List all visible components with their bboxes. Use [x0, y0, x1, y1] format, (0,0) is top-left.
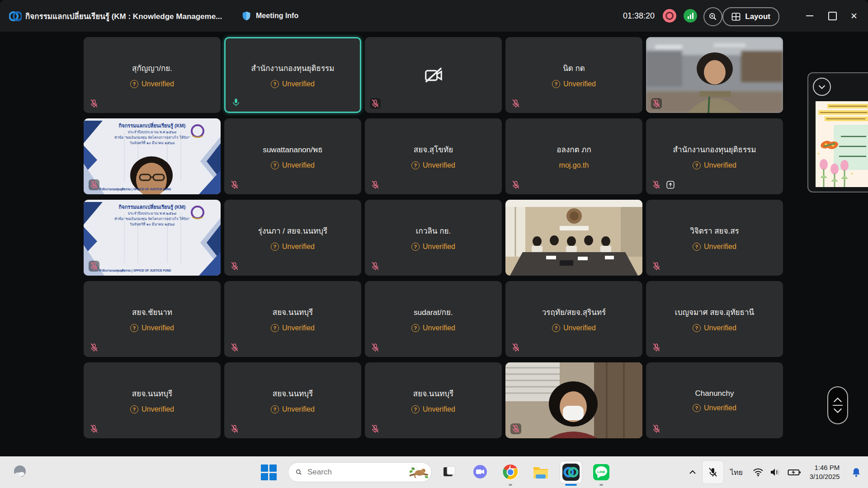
participant-name: อลงกต ภก	[552, 143, 595, 155]
participant-tile[interactable]: เบญจมาศ สยจ.อุทัยธานี ? Unverified	[646, 281, 783, 357]
participant-name: รุ่งนภา / สยจ.นนทบุรี	[254, 225, 332, 237]
verification-badge: ? Unverified	[411, 405, 455, 413]
recording-indicator-icon[interactable]	[663, 9, 676, 23]
tray-time: 1:46 PM	[810, 463, 840, 472]
search-input[interactable]	[307, 467, 408, 477]
participant-tile[interactable]: สยจ.นนทบุรี ? Unverified	[365, 362, 502, 438]
mic-muted-icon	[230, 424, 240, 434]
participant-tile-video[interactable]	[505, 200, 642, 276]
participant-name: สยจ.ชัยนาท	[127, 306, 177, 318]
mic-muted-icon	[651, 99, 661, 108]
verification-badge: ? Unverified	[552, 324, 596, 332]
notification-center-button[interactable]	[844, 467, 868, 478]
verification-badge: ? Unverified	[130, 324, 174, 332]
maximize-button[interactable]	[822, 0, 843, 32]
screen-share-icon	[665, 180, 675, 190]
meeting-info-button[interactable]: Meeting Info	[241, 0, 298, 32]
taskbar-search[interactable]	[288, 462, 432, 482]
participant-tile[interactable]: เกวลิน กย. ? Unverified	[365, 200, 502, 276]
clock[interactable]: 1:46 PM 3/10/2025	[805, 463, 844, 482]
participant-name: วรฤทัย/สยจ.สุรินทร์	[538, 306, 610, 318]
speaker-icon	[769, 468, 781, 477]
verification-badge: ? Unverified	[552, 80, 596, 88]
participant-tile[interactable]: Chanunchy ? Unverified	[646, 362, 783, 438]
participant-name: สำนักงานกองทุนยุติธรรม	[669, 143, 761, 155]
meeting-timer: 01:38:20	[623, 0, 655, 32]
question-circle-icon: ?	[693, 404, 701, 412]
participant-tile-video[interactable]	[505, 362, 642, 438]
question-circle-icon: ?	[693, 324, 701, 332]
verification-badge: ? Unverified	[130, 80, 174, 88]
participant-name: sudarat/กย.	[409, 306, 457, 318]
scroll-down-button[interactable]	[833, 408, 843, 414]
domain-badge: moj.go.th	[559, 161, 589, 169]
participant-tile[interactable]: วรฤทัย/สยจ.สุรินทร์ ? Unverified	[505, 281, 642, 357]
question-circle-icon: ?	[130, 405, 138, 413]
camera-off-icon	[423, 65, 444, 85]
chevron-up-icon	[689, 470, 696, 474]
wifi-button[interactable]	[750, 468, 767, 477]
participant-tile-video[interactable]: กิจกรรมแลกเปลี่ยนเรียนรู้ (KM) ประจำปีงบ…	[84, 118, 221, 194]
weather-widget-icon[interactable]	[12, 464, 28, 480]
shared-slide-thumbnail[interactable]: + +	[816, 101, 868, 187]
participant-name: เบญจมาศ สยจ.อุทัยธานี	[670, 306, 759, 318]
participant-tile[interactable]: สุกัญญา/กย. ? Unverified	[84, 37, 221, 113]
mic-muted-icon	[230, 343, 240, 352]
participant-tile[interactable]: สยจ.นนทบุรี ? Unverified	[84, 362, 221, 438]
start-button[interactable]	[260, 464, 277, 480]
shield-icon	[241, 10, 251, 21]
mic-muted-icon	[89, 99, 99, 108]
task-view-button[interactable]	[439, 461, 460, 483]
running-indicator	[599, 484, 603, 486]
participant-tile[interactable]: สำนักงานกองทุนยุติธรรม ? Unverified	[646, 118, 783, 194]
participant-grid: สุกัญญา/กย. ? Unverified สำนักงานกองทุนย…	[84, 37, 783, 438]
language-indicator[interactable]: ไทย	[723, 467, 750, 478]
verification-badge: ? Unverified	[411, 161, 455, 169]
slide-thumbnail-art: + +	[816, 101, 868, 187]
line-app-button[interactable]: LINE	[590, 461, 612, 483]
connection-quality-icon[interactable]	[684, 9, 697, 23]
webex-app-icon	[562, 463, 580, 481]
verification-badge: ? Unverified	[693, 161, 736, 169]
battery-button[interactable]	[784, 468, 805, 476]
participant-tile[interactable]: suwattananon/พธ ? Unverified	[224, 118, 361, 194]
layout-button[interactable]: Layout	[722, 7, 779, 26]
video-chat-app-button[interactable]	[469, 461, 491, 483]
volume-button[interactable]	[767, 468, 784, 477]
task-view-icon	[442, 465, 457, 480]
participant-tile[interactable]: สยจ.นนทบุรี ? Unverified	[224, 362, 361, 438]
mic-muted-icon	[89, 424, 99, 434]
participant-tile-video[interactable]: กิจกรรมแลกเปลี่ยนเรียนรู้ (KM) ประจำปีงบ…	[84, 200, 221, 276]
search-icon	[296, 468, 302, 476]
meeting-info-label: Meeting Info	[256, 12, 298, 20]
collapse-panel-button[interactable]	[813, 78, 831, 96]
participant-tile-camera-off[interactable]	[365, 37, 502, 113]
close-button[interactable]: ✕	[844, 0, 864, 32]
file-explorer-icon	[532, 464, 549, 481]
participant-tile[interactable]: นิด กด ? Unverified	[505, 37, 642, 113]
mic-on-icon	[231, 97, 241, 107]
file-explorer-button[interactable]	[530, 461, 552, 483]
minimize-button[interactable]	[799, 0, 820, 32]
question-circle-icon: ?	[411, 243, 420, 251]
video-feed-meeting-room	[505, 200, 642, 276]
participant-tile[interactable]: วิจิตรา สยจ.สร ? Unverified	[646, 200, 783, 276]
participant-tile[interactable]: สยจ.นนทบุรี ? Unverified	[224, 281, 361, 357]
layout-grid-icon	[731, 13, 741, 21]
running-indicator-active	[565, 484, 577, 486]
zoom-view-button[interactable]	[703, 7, 722, 26]
chrome-button[interactable]	[500, 461, 521, 483]
participant-tile[interactable]: อลงกต ภก moj.go.th	[505, 118, 642, 194]
participant-tile[interactable]: รุ่งนภา / สยจ.นนทบุรี ? Unverified	[224, 200, 361, 276]
tray-overflow-button[interactable]	[683, 470, 703, 474]
question-circle-icon: ?	[411, 324, 420, 332]
participant-tile-active-speaker[interactable]: สำนักงานกองทุนยุติธรรม ? Unverified	[224, 37, 361, 113]
scroll-up-button[interactable]	[833, 397, 843, 403]
participant-tile[interactable]: สยจ.สุโขทัย ? Unverified	[365, 118, 502, 194]
webex-app-button[interactable]	[560, 461, 582, 483]
participant-tile-video[interactable]	[646, 37, 783, 113]
participant-tile[interactable]: สยจ.ชัยนาท ? Unverified	[84, 281, 221, 357]
participant-tile[interactable]: sudarat/กย. ? Unverified	[365, 281, 502, 357]
mic-muted-icon	[651, 180, 661, 190]
tray-mic-muted-button[interactable]	[703, 461, 723, 483]
